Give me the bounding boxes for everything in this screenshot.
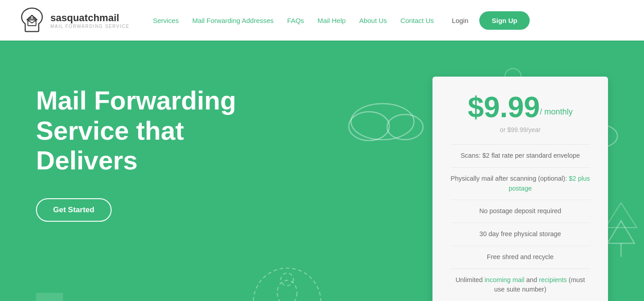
logo-link[interactable]: sasquatchmail MAIL FORWARDING SERVICE <box>18 6 130 34</box>
hero-section: Mail Forwarding Service that Delivers Ge… <box>0 41 644 301</box>
svg-rect-32 <box>36 293 63 301</box>
svg-rect-3 <box>33 17 36 19</box>
get-started-button[interactable]: Get Started <box>36 198 112 222</box>
svg-rect-2 <box>28 17 31 19</box>
logo-icon <box>18 6 46 34</box>
nav-faqs[interactable]: FAQs <box>282 13 310 28</box>
feature-scans: Scans: $2 flat rate per standard envelop… <box>450 144 590 167</box>
nav-signup-button[interactable]: Sign Up <box>479 11 530 30</box>
hero-title: Mail Forwarding Service that Delivers <box>36 86 261 176</box>
svg-point-27 <box>281 273 293 286</box>
nav-services[interactable]: Services <box>148 13 185 28</box>
site-header: sasquatchmail MAIL FORWARDING SERVICE Se… <box>0 0 644 41</box>
hero-content: Mail Forwarding Service that Delivers Ge… <box>36 72 432 222</box>
nav-mail-forwarding[interactable]: Mail Forwarding Addresses <box>187 13 279 28</box>
nav-contact-us[interactable]: Contact Us <box>395 13 439 28</box>
price-display: $9.99/ monthly <box>450 93 590 122</box>
feature-physical-mail: Physically mail after scanning (optional… <box>450 167 590 200</box>
svg-point-25 <box>253 268 321 301</box>
feature-storage: 30 day free physical storage <box>450 223 590 246</box>
feature-no-postage: No postage deposit required <box>450 200 590 223</box>
feature-shred: Free shred and recycle <box>450 246 590 269</box>
nav-mail-help[interactable]: Mail Help <box>312 13 351 28</box>
svg-marker-22 <box>608 221 635 243</box>
feature-unlimited: Unlimited incoming mail and recipients (… <box>450 269 590 301</box>
pricing-features-list: Scans: $2 flat rate per standard envelop… <box>450 144 590 301</box>
price-annual: or $99.99/year <box>450 126 590 133</box>
price-amount: $9.99 <box>468 91 540 123</box>
logo-brand: sasquatchmail <box>50 12 130 24</box>
main-nav: Services Mail Forwarding Addresses FAQs … <box>148 11 626 30</box>
svg-point-26 <box>277 280 297 301</box>
svg-marker-24 <box>605 203 637 228</box>
nav-login[interactable]: Login <box>446 13 474 28</box>
nav-about-us[interactable]: About Us <box>354 13 392 28</box>
pricing-card: $9.99/ monthly or $99.99/year Scans: $2 … <box>432 77 608 301</box>
price-period: / monthly <box>540 107 573 116</box>
logo-sub: MAIL FORWARDING SERVICE <box>50 24 130 29</box>
